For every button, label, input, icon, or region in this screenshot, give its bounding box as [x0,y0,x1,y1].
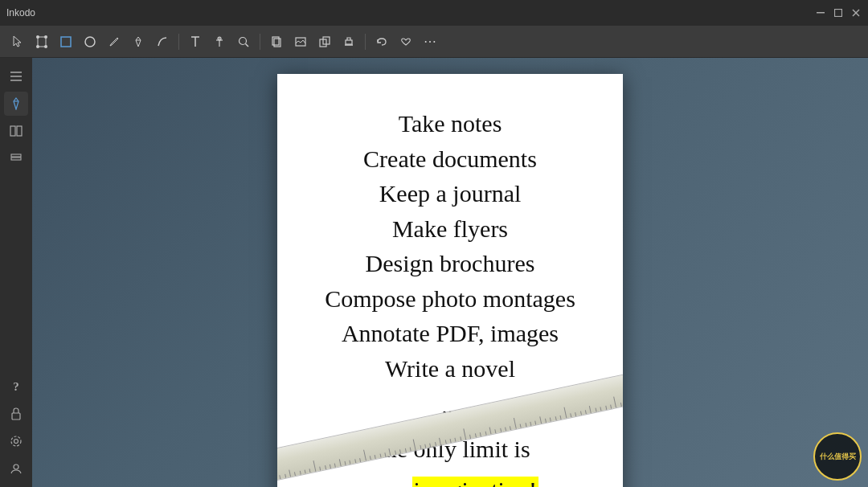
svg-point-36 [14,464,18,469]
ruler-tick [620,402,623,407]
svg-rect-23 [346,40,352,44]
document-page: Take notes Create documents Keep a journ… [277,74,623,487]
title-bar: Inkodo [0,0,868,26]
svg-point-7 [36,45,39,48]
anchor-tool-button[interactable] [210,32,229,51]
sidebar: ? [0,58,32,487]
pages-tool-button[interactable] [267,32,286,51]
heart-button[interactable] [396,32,416,51]
maximize-button[interactable] [833,7,844,18]
app-name: Inkodo [6,7,35,18]
zoom-tool-button[interactable] [234,32,253,51]
svg-rect-30 [17,126,22,136]
minimize-button[interactable] [815,7,826,18]
stamp-tool-button[interactable] [339,32,358,51]
sidebar-help-icon[interactable]: ? [4,374,28,399]
title-bar-controls [815,7,862,18]
close-button[interactable] [850,7,862,18]
toolbar-separator-1 [178,34,179,50]
svg-rect-29 [10,126,15,136]
clone-tool-button[interactable] [315,32,334,51]
line-1: Take notes [301,106,599,141]
sidebar-bottom: ? [4,374,28,481]
line-6: Compose photo montages [301,281,599,317]
line-3: Keep a journal [301,176,599,211]
svg-point-35 [11,436,21,446]
sidebar-library-icon[interactable] [4,119,28,143]
main-area: ? Take notes Create documents Keep a jou… [0,58,868,487]
tagline-prefix: your [362,477,412,487]
sidebar-account-icon[interactable] [4,456,28,481]
tagline-highlight: imagination! [412,477,538,487]
svg-line-17 [246,43,249,47]
pen-tool-button[interactable] [129,32,148,51]
line-4: Make flyers [301,211,599,247]
title-bar-left: Inkodo [6,7,35,18]
sidebar-menu-icon[interactable] [4,64,28,88]
svg-point-9 [85,37,95,47]
calligraphy-tool-button[interactable] [153,32,172,51]
svg-rect-31 [11,154,21,157]
watermark-text: 什么值得买 [820,452,856,462]
node-tool-button[interactable] [32,32,51,51]
toolbar-separator-3 [365,34,366,50]
toolbar: ⋯ [0,26,868,58]
select-tool-button[interactable] [8,32,27,51]
more-button[interactable]: ⋯ [420,32,440,51]
line-5: Design brochures [301,246,599,281]
svg-point-34 [14,440,18,444]
image-tool-button[interactable] [291,32,310,51]
undo-button[interactable] [372,32,391,51]
sidebar-pen-icon[interactable] [4,92,28,116]
svg-rect-33 [12,413,20,419]
svg-rect-8 [61,37,71,47]
sidebar-lock-icon[interactable] [4,402,28,426]
svg-point-4 [36,35,39,39]
pencil-tool-button[interactable] [104,32,124,51]
circle-tool-button[interactable] [80,32,100,51]
line-7: Annotate PDF, images [301,316,599,351]
sidebar-settings-icon[interactable] [4,429,28,453]
toolbar-separator-2 [260,34,260,50]
text-tool-button[interactable] [186,32,205,51]
svg-rect-32 [11,158,21,160]
svg-point-16 [240,37,247,44]
watermark-badge: 什么值得买 [813,432,862,481]
sidebar-layers-icon[interactable] [4,146,28,170]
line-2: Create documents [301,141,599,177]
canvas-area[interactable]: Take notes Create documents Keep a journ… [32,58,868,487]
line-8: Write a novel [301,351,599,387]
svg-rect-0 [817,12,825,14]
svg-point-6 [44,45,47,48]
svg-point-5 [44,35,47,39]
svg-rect-1 [835,10,842,17]
rectangle-tool-button[interactable] [56,32,76,51]
